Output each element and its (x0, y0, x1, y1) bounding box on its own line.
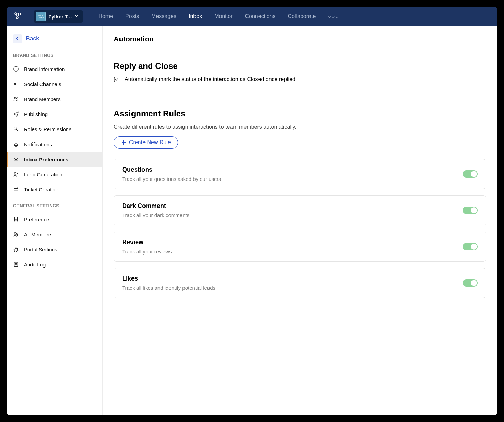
sidebar-item-label: Notifications (24, 141, 52, 147)
brand-settings-header: BRAND SETTINGS (7, 53, 102, 58)
sidebar-item-label: Ticket Creation (24, 187, 58, 193)
rule-desc: Track all your dark comments. (122, 212, 191, 218)
back-link[interactable]: Back (26, 36, 39, 42)
sidebar-item-brand-members[interactable]: Brand Members (7, 91, 102, 107)
sidebar-item-label: Social Channels (24, 81, 61, 87)
sidebar-item-label: All Members (24, 232, 52, 237)
rule-toggle[interactable] (463, 279, 478, 287)
content-area: Reply and Close Automatically mark the s… (103, 51, 497, 314)
nav-inbox[interactable]: Inbox (189, 13, 202, 20)
arrow-left-icon (15, 36, 20, 41)
rule-title: Likes (122, 275, 217, 282)
rule-title: Review (122, 239, 173, 246)
rule-card-dark-comment: Dark Comment Track all your dark comment… (114, 195, 486, 225)
general-settings-header: GENERAL SETTINGS (7, 203, 102, 208)
svg-rect-17 (114, 77, 119, 82)
nav-collaborate[interactable]: Collaborate (288, 13, 316, 20)
nav-monitor[interactable]: Monitor (214, 13, 232, 20)
sidebar-item-label: Brand Information (24, 66, 65, 72)
rule-card-review: Review Track all your reviews. (114, 232, 486, 262)
sidebar-item-label: Audit Log (24, 262, 46, 268)
checkbox-checked-icon (114, 76, 120, 83)
brand-name: Zylker T... (48, 14, 72, 20)
info-icon (13, 66, 19, 72)
rule-desc: Track all your reviews. (122, 249, 173, 255)
sidebar-item-brand-information[interactable]: Brand Information (7, 61, 102, 76)
sidebar-item-audit-log[interactable]: Audit Log (7, 257, 102, 272)
rule-title: Dark Comment (122, 202, 191, 210)
page-title: Automation (103, 26, 497, 51)
rule-desc: Track all your questions asked by our us… (122, 176, 223, 182)
nav-messages[interactable]: Messages (151, 13, 176, 20)
top-nav: Home Posts Messages Inbox Monitor Connec… (98, 13, 316, 20)
svg-point-14 (14, 233, 16, 234)
svg-point-0 (15, 13, 17, 15)
plus-icon (121, 140, 126, 145)
rule-toggle[interactable] (463, 170, 478, 178)
create-new-rule-button[interactable]: Create New Rule (114, 136, 178, 149)
svg-point-10 (14, 173, 16, 174)
sidebar-item-notifications[interactable]: Notifications (7, 137, 102, 152)
rule-card-questions: Questions Track all your questions asked… (114, 159, 486, 189)
log-icon (13, 261, 19, 268)
sidebar-item-portal-settings[interactable]: Portal Settings (7, 242, 102, 257)
section-divider (114, 97, 486, 97)
body: Back BRAND SETTINGS Brand Information So… (7, 26, 497, 415)
svg-point-7 (14, 97, 16, 99)
sidebar-item-all-members[interactable]: All Members (7, 227, 102, 242)
svg-point-6 (17, 85, 18, 86)
topbar-divider (30, 12, 30, 21)
rule-toggle[interactable] (463, 207, 478, 214)
sidebar-item-label: Preference (24, 216, 49, 222)
sidebar-item-label: Roles & Permissions (24, 126, 71, 132)
portal-icon (13, 246, 19, 252)
members-icon (13, 96, 19, 102)
sidebar-item-ticket-creation[interactable]: Ticket Creation (7, 182, 102, 197)
sidebar-item-social-channels[interactable]: Social Channels (7, 76, 102, 91)
sliders-icon (13, 216, 19, 222)
svg-point-9 (14, 127, 16, 129)
reply-close-title: Reply and Close (114, 61, 486, 71)
rule-toggle[interactable] (463, 243, 478, 250)
members-icon (13, 231, 19, 237)
rule-card-text: Dark Comment Track all your dark comment… (122, 202, 191, 218)
svg-point-8 (16, 98, 18, 99)
assignment-rules-title: Assignment Rules (114, 109, 486, 119)
lead-icon (13, 171, 19, 177)
rule-card-likes: Likes Track all likes and identify poten… (114, 268, 486, 298)
back-button[interactable] (13, 34, 22, 43)
rule-title: Questions (122, 166, 223, 173)
sidebar-item-preference[interactable]: Preference (7, 212, 102, 227)
svg-point-4 (14, 83, 15, 85)
reply-close-checkbox-label: Automatically mark the status of the int… (125, 76, 295, 83)
chevron-down-icon (74, 13, 79, 20)
app-logo-icon (13, 11, 23, 22)
sidebar-item-publishing[interactable]: Publishing (7, 107, 102, 122)
brand-selector[interactable]: Zylker Travels Zylker T... (34, 10, 83, 23)
sidebar-item-label: Inbox Preferences (24, 157, 68, 162)
svg-point-15 (16, 233, 18, 235)
sidebar-item-lead-generation[interactable]: Lead Generation (7, 167, 102, 182)
send-icon (13, 111, 19, 117)
sidebar-item-roles-permissions[interactable]: Roles & Permissions (7, 122, 102, 137)
inbox-icon (13, 156, 19, 162)
share-icon (13, 81, 19, 87)
sidebar-item-inbox-preferences[interactable]: Inbox Preferences (7, 152, 102, 167)
reply-close-checkbox-row[interactable]: Automatically mark the status of the int… (114, 76, 486, 83)
nav-connections[interactable]: Connections (245, 13, 276, 20)
rule-card-text: Questions Track all your questions asked… (122, 166, 223, 182)
sidebar-item-label: Brand Members (24, 96, 61, 102)
ticket-icon (13, 186, 19, 193)
svg-point-2 (16, 17, 18, 19)
key-icon (13, 126, 19, 132)
sidebar-item-label: Lead Generation (24, 172, 62, 177)
rule-card-text: Likes Track all likes and identify poten… (122, 275, 217, 291)
back-row: Back (7, 34, 102, 43)
top-bar: Zylker Travels Zylker T... Home Posts Me… (7, 7, 497, 26)
more-menu-icon[interactable]: ○○○ (328, 14, 339, 19)
sidebar-item-label: Portal Settings (24, 247, 58, 252)
rule-card-text: Review Track all your reviews. (122, 239, 173, 255)
main-content: Automation Reply and Close Automatically… (103, 26, 497, 415)
nav-posts[interactable]: Posts (125, 13, 139, 20)
nav-home[interactable]: Home (98, 13, 113, 20)
